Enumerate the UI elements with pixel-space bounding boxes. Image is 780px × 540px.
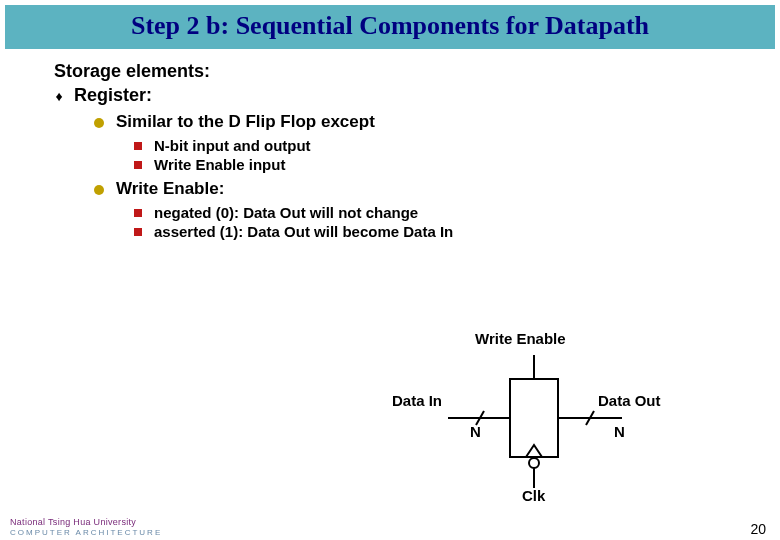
page-number: 20	[750, 521, 766, 537]
disc-bullet-icon	[94, 185, 104, 195]
content-area: Storage elements: ♦ Register: Similar to…	[54, 61, 780, 240]
bullet-text: Write Enable input	[154, 156, 285, 173]
diamond-bullet-icon: ♦	[54, 88, 64, 104]
bullet-register: ♦ Register:	[54, 85, 780, 106]
bullet-text: negated (0): Data Out will not change	[154, 204, 418, 221]
bullet-text: Similar to the D Flip Flop except	[116, 112, 375, 132]
bullet-we-heading: Write Enable:	[94, 179, 780, 199]
bullet-similar: Similar to the D Flip Flop except	[94, 112, 780, 132]
bullet-we-input: Write Enable input	[134, 156, 780, 173]
slide-title: Step 2 b: Sequential Components for Data…	[15, 11, 765, 41]
department-name: COMPUTER ARCHITECTURE	[10, 528, 162, 537]
university-name: National Tsing Hua University	[10, 517, 162, 527]
square-bullet-icon	[134, 161, 142, 169]
label-data-out: Data Out	[598, 392, 661, 409]
footer-logo: National Tsing Hua University COMPUTER A…	[10, 517, 162, 537]
bullet-nbit: N-bit input and output	[134, 137, 780, 154]
section-heading: Storage elements:	[54, 61, 780, 82]
label-n-right: N	[614, 423, 625, 440]
square-bullet-icon	[134, 142, 142, 150]
label-clk: Clk	[522, 487, 545, 504]
square-bullet-icon	[134, 209, 142, 217]
register-diagram: Write Enable Data In Data Out N N Clk	[360, 325, 740, 505]
bullet-text: Write Enable:	[116, 179, 224, 199]
label-n-left: N	[470, 423, 481, 440]
bullet-asserted: asserted (1): Data Out will become Data …	[134, 223, 780, 240]
title-bar: Step 2 b: Sequential Components for Data…	[5, 5, 775, 49]
square-bullet-icon	[134, 228, 142, 236]
level3-group-1: N-bit input and output Write Enable inpu…	[134, 137, 780, 173]
bullet-text: Register:	[74, 85, 152, 106]
slide: Step 2 b: Sequential Components for Data…	[0, 5, 780, 540]
svg-point-6	[529, 458, 539, 468]
diagram-svg	[360, 325, 740, 515]
bullet-text: asserted (1): Data Out will become Data …	[154, 223, 453, 240]
bullet-text: N-bit input and output	[154, 137, 311, 154]
disc-bullet-icon	[94, 118, 104, 128]
label-write-enable: Write Enable	[475, 330, 566, 347]
level3-group-2: negated (0): Data Out will not change as…	[134, 204, 780, 240]
level2-group-1: Similar to the D Flip Flop except N-bit …	[94, 112, 780, 240]
bullet-negated: negated (0): Data Out will not change	[134, 204, 780, 221]
label-data-in: Data In	[392, 392, 442, 409]
